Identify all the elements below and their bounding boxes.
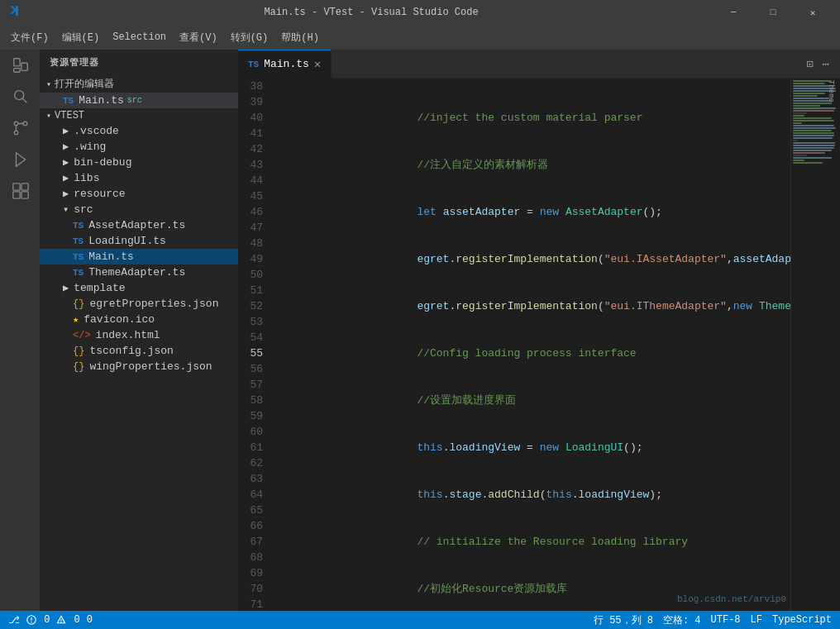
code-area[interactable]: //inject the custom material parser //注入… [278, 79, 790, 611]
info-count[interactable]: 0 [87, 614, 93, 626]
folder-template[interactable]: ▶ template [40, 280, 238, 296]
menu-view[interactable]: 查看(V) [173, 27, 224, 48]
editor-area: TS Main.ts ✕ ⊡ ⋯ 38 39 40 41 42 43 44 45… [238, 50, 840, 611]
line-number: 61 [238, 440, 271, 455]
maximize-button[interactable]: □ [754, 0, 792, 25]
folder-bin-debug[interactable]: ▶ bin-debug [40, 155, 238, 170]
theme-label: Theme [823, 80, 838, 102]
svg-line-5 [22, 98, 26, 102]
ico-file-icon: ★ [73, 313, 79, 326]
tab-close-button[interactable]: ✕ [314, 57, 321, 71]
svg-marker-9 [17, 153, 26, 167]
code-line-39: //注入自定义的素材解析器 [286, 157, 790, 173]
file-asset-adapter[interactable]: TS AssetAdapter.ts [40, 217, 238, 233]
activity-extensions[interactable] [8, 179, 31, 203]
svg-point-8 [14, 131, 18, 135]
file-main-ts[interactable]: TS Main.ts [40, 249, 238, 264]
line-ending[interactable]: LF [751, 614, 762, 626]
activity-debug[interactable] [8, 148, 31, 171]
folder-icon: ▶ [63, 125, 69, 137]
file-name: Main.ts [88, 250, 134, 263]
menu-goto[interactable]: 转到(G) [224, 27, 275, 48]
activity-explorer[interactable] [8, 54, 31, 77]
source-control-status[interactable]: ⎇ [8, 614, 20, 627]
file-loading-ui[interactable]: TS LoadingUI.ts [40, 233, 238, 249]
file-name: egretProperties.json [89, 298, 218, 310]
file-favicon[interactable]: ★ favicon.ico [40, 312, 238, 327]
folder-name: src [74, 203, 93, 216]
open-editors-section[interactable]: ▾ 打开的编辑器 [40, 75, 238, 93]
warning-count[interactable]: 0 [56, 614, 79, 626]
file-theme-adapter[interactable]: TS ThemeAdapter.ts [40, 264, 238, 280]
close-button[interactable]: ✕ [794, 0, 832, 25]
tab-bar: TS Main.ts ✕ ⊡ ⋯ [238, 50, 840, 79]
editor-content[interactable]: 38 39 40 41 42 43 44 45 46 47 48 49 50 5… [238, 79, 840, 611]
project-name: VTEST [55, 110, 84, 122]
folder-wing[interactable]: ▶ .wing [40, 139, 238, 155]
ts-file-icon: TS [73, 252, 84, 262]
file-index-html[interactable]: </> index.html [40, 327, 238, 343]
line-number: 67 [238, 534, 271, 550]
line-number: 57 [238, 377, 271, 393]
file-wing-properties[interactable]: {} wingProperties.json [40, 359, 238, 374]
file-tsconfig[interactable]: {} tsconfig.json [40, 343, 238, 359]
line-number: 60 [238, 424, 271, 440]
status-right: 行 55，列 8 空格: 4 UTF-8 LF TypeScript [594, 613, 832, 627]
project-section[interactable]: ▾ VTEST [40, 108, 238, 123]
file-name: LoadingUI.ts [88, 235, 166, 247]
folder-icon: ▶ [63, 188, 69, 200]
line-number: 62 [238, 455, 271, 471]
code-line-46: this.stage.addChild(this.loadingView); [286, 487, 790, 503]
folder-open-icon: ▾ [63, 203, 69, 216]
file-name: wingProperties.json [89, 360, 212, 373]
encoding[interactable]: UTF-8 [711, 614, 741, 626]
split-editor-button[interactable]: ⊡ [804, 55, 815, 74]
folder-name: .vscode [74, 125, 119, 137]
indent-size[interactable]: 空格: 4 [663, 613, 701, 627]
folder-name: libs [74, 172, 99, 184]
sidebar: 资源管理器 ▾ 打开的编辑器 TS Main.ts src ▾ VTEST ▶ … [40, 50, 238, 611]
folder-name: template [74, 282, 125, 294]
open-file-name: Main.ts [79, 94, 124, 107]
sidebar-header: 资源管理器 [40, 50, 238, 75]
open-editors-label: 打开的编辑器 [55, 77, 114, 91]
line-number: 65 [238, 503, 271, 518]
folder-name: .wing [74, 141, 106, 153]
line-number: 59 [238, 408, 271, 424]
cursor-position[interactable]: 行 55，列 8 [594, 613, 653, 627]
activity-bar [0, 50, 40, 611]
file-name: AssetAdapter.ts [88, 219, 185, 231]
open-file-main-ts[interactable]: TS Main.ts src [40, 93, 238, 108]
folder-icon: ▶ [63, 156, 69, 169]
error-count[interactable]: 0 [26, 614, 50, 626]
file-name: tsconfig.json [89, 345, 173, 357]
activity-source-control[interactable] [8, 117, 31, 140]
line-number: 44 [238, 173, 271, 188]
svg-rect-13 [21, 192, 28, 198]
folder-resource[interactable]: ▶ resource [40, 186, 238, 202]
file-source-badge: src [127, 96, 142, 105]
menu-file[interactable]: 文件(F) [4, 27, 55, 48]
language-mode[interactable]: TypeScript [772, 614, 832, 626]
line-number: 42 [238, 141, 271, 157]
folder-src[interactable]: ▾ src [40, 202, 238, 217]
tab-main-ts[interactable]: TS Main.ts ✕ [238, 50, 332, 79]
folder-libs[interactable]: ▶ libs [40, 170, 238, 186]
status-bar: ⎇ 0 0 0 行 55，列 8 空格: 4 UTF-8 LF TypeScri… [0, 611, 840, 629]
file-name: ThemeAdapter.ts [88, 266, 185, 279]
chevron-down-icon: ▾ [46, 79, 51, 89]
menu-selection[interactable]: Selection [106, 28, 173, 46]
folder-icon: ▶ [63, 282, 69, 294]
ts-file-icon: TS [73, 236, 84, 246]
line-number: 41 [238, 126, 271, 141]
file-egret-properties[interactable]: {} egretProperties.json [40, 296, 238, 312]
menu-edit[interactable]: 编辑(E) [55, 27, 107, 48]
code-line-41: egret.registerImplementation("eui.IAsset… [286, 251, 790, 267]
line-number: 48 [238, 236, 271, 251]
menu-help[interactable]: 帮助(H) [274, 27, 326, 48]
folder-vscode[interactable]: ▶ .vscode [40, 123, 238, 139]
minimize-button[interactable]: ─ [714, 0, 752, 25]
line-number: 54 [238, 330, 271, 345]
more-actions-button[interactable]: ⋯ [820, 55, 832, 74]
activity-search[interactable] [8, 85, 31, 108]
